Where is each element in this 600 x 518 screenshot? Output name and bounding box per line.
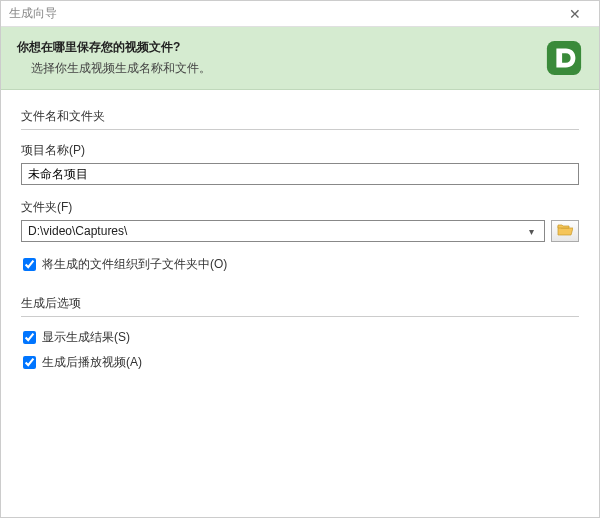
folder-label: 文件夹(F) (21, 199, 579, 216)
chevron-down-icon: ▾ (524, 226, 538, 237)
window-title: 生成向导 (9, 5, 57, 22)
app-logo-icon (545, 39, 583, 77)
organize-subfolder-row: 将生成的文件组织到子文件夹中(O) (21, 256, 579, 273)
show-result-label: 显示生成结果(S) (42, 329, 130, 346)
divider (21, 129, 579, 130)
content-area: 文件名和文件夹 项目名称(P) 文件夹(F) D:\video\Captures… (1, 90, 599, 517)
play-after-checkbox[interactable] (23, 356, 36, 369)
titlebar: 生成向导 ✕ (1, 1, 599, 27)
group-file-name-folder: 文件名和文件夹 项目名称(P) 文件夹(F) D:\video\Captures… (21, 108, 579, 273)
header-text: 你想在哪里保存您的视频文件? 选择你生成视频生成名称和文件。 (17, 39, 537, 77)
project-name-row: 项目名称(P) (21, 142, 579, 185)
header-banner: 你想在哪里保存您的视频文件? 选择你生成视频生成名称和文件。 (1, 27, 599, 90)
svg-rect-0 (547, 41, 581, 75)
browse-folder-button[interactable] (551, 220, 579, 242)
project-name-label: 项目名称(P) (21, 142, 579, 159)
group-file-title: 文件名和文件夹 (21, 108, 579, 125)
organize-subfolder-label: 将生成的文件组织到子文件夹中(O) (42, 256, 227, 273)
show-result-checkbox[interactable] (23, 331, 36, 344)
show-result-row: 显示生成结果(S) (21, 329, 579, 346)
group-after-production: 生成后选项 显示生成结果(S) 生成后播放视频(A) (21, 295, 579, 371)
divider (21, 316, 579, 317)
folder-value: D:\video\Captures\ (28, 224, 524, 238)
close-button[interactable]: ✕ (559, 4, 591, 24)
play-after-row: 生成后播放视频(A) (21, 354, 579, 371)
close-icon: ✕ (569, 6, 581, 22)
folder-row-wrap: 文件夹(F) D:\video\Captures\ ▾ (21, 199, 579, 242)
group-after-title: 生成后选项 (21, 295, 579, 312)
header-title: 你想在哪里保存您的视频文件? (17, 39, 537, 56)
wizard-window: 生成向导 ✕ 你想在哪里保存您的视频文件? 选择你生成视频生成名称和文件。 文件… (0, 0, 600, 518)
header-subtitle: 选择你生成视频生成名称和文件。 (17, 60, 537, 77)
play-after-label: 生成后播放视频(A) (42, 354, 142, 371)
project-name-input[interactable] (21, 163, 579, 185)
folder-open-icon (557, 223, 573, 240)
folder-combobox[interactable]: D:\video\Captures\ ▾ (21, 220, 545, 242)
organize-subfolder-checkbox[interactable] (23, 258, 36, 271)
